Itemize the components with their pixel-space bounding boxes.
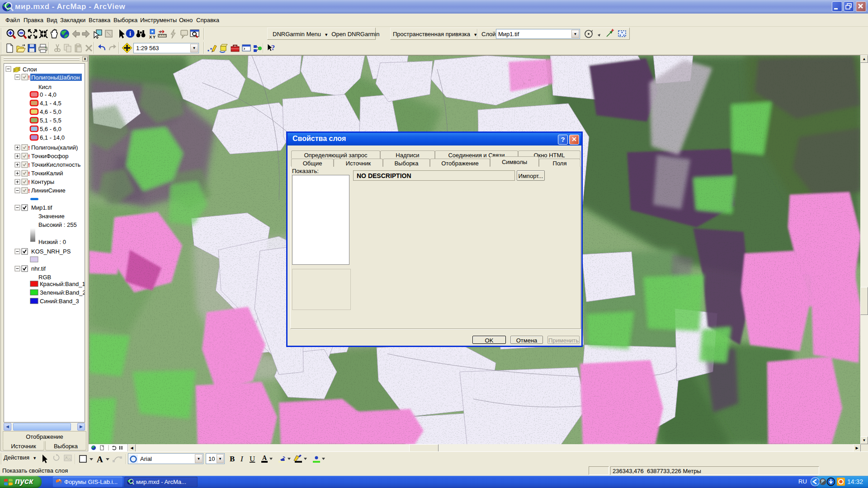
svg-text:ТочкиФосфор: ТочкиФосфор xyxy=(31,153,68,160)
svg-text:5,1 - 5,5: 5,1 - 5,5 xyxy=(40,117,61,124)
svg-text:!: ! xyxy=(28,188,30,194)
svg-text:0 - 4,0: 0 - 4,0 xyxy=(40,91,57,98)
svg-text:U: U xyxy=(250,455,255,463)
svg-text:Y: Y xyxy=(153,35,156,39)
svg-text:ПолигоныШаблон: ПолигоныШаблон xyxy=(31,74,80,81)
svg-text:!: ! xyxy=(28,153,30,160)
svg-text:!: ! xyxy=(28,145,30,151)
svg-text:5,6 - 6,0: 5,6 - 6,0 xyxy=(40,126,61,132)
svg-text:Низкий : 0: Низкий : 0 xyxy=(38,239,66,245)
svg-text:Мир1.tif: Мир1.tif xyxy=(31,204,52,211)
svg-text:ТочкиКислотность: ТочкиКислотность xyxy=(31,161,80,168)
svg-text:Значение: Значение xyxy=(38,213,65,220)
svg-text:X: X xyxy=(149,35,152,39)
svg-text:!: ! xyxy=(28,74,30,81)
svg-text:KOS_NRH_PS: KOS_NRH_PS xyxy=(31,248,71,255)
svg-text:I: I xyxy=(240,455,244,463)
svg-text:A: A xyxy=(97,455,103,464)
svg-text:ЛинииСиние: ЛинииСиние xyxy=(31,187,66,194)
svg-text:Слои: Слои xyxy=(23,66,37,73)
svg-text:2: 2 xyxy=(160,30,162,34)
svg-text:nhr.tif: nhr.tif xyxy=(31,265,46,272)
svg-text:B: B xyxy=(230,455,235,463)
svg-text:Контуры: Контуры xyxy=(31,178,54,185)
svg-text:Полигоны(калий): Полигоны(калий) xyxy=(31,144,78,151)
svg-text:Зеленый:Band_2: Зеленый:Band_2 xyxy=(40,289,85,296)
svg-text:!: ! xyxy=(28,170,30,177)
svg-text:ТочкиКалий: ТочкиКалий xyxy=(31,170,63,177)
svg-text:Высокий : 255: Высокий : 255 xyxy=(38,221,77,228)
svg-text:6,1 - 14,0: 6,1 - 14,0 xyxy=(40,134,65,141)
svg-text:Красный:Band_1: Красный:Band_1 xyxy=(40,281,85,287)
svg-text:i: i xyxy=(129,30,131,37)
svg-text:Синий:Band_3: Синий:Band_3 xyxy=(40,298,79,305)
svg-text:4,1 - 4,5: 4,1 - 4,5 xyxy=(40,100,61,107)
svg-text:?: ? xyxy=(271,44,275,52)
svg-text:!: ! xyxy=(28,179,30,186)
svg-text:RGB: RGB xyxy=(38,274,51,281)
svg-text:Кисл: Кисл xyxy=(38,84,52,90)
svg-text:A: A xyxy=(262,455,267,461)
svg-text:!: ! xyxy=(28,162,30,169)
svg-text:4,6 - 5,0: 4,6 - 5,0 xyxy=(40,108,61,115)
